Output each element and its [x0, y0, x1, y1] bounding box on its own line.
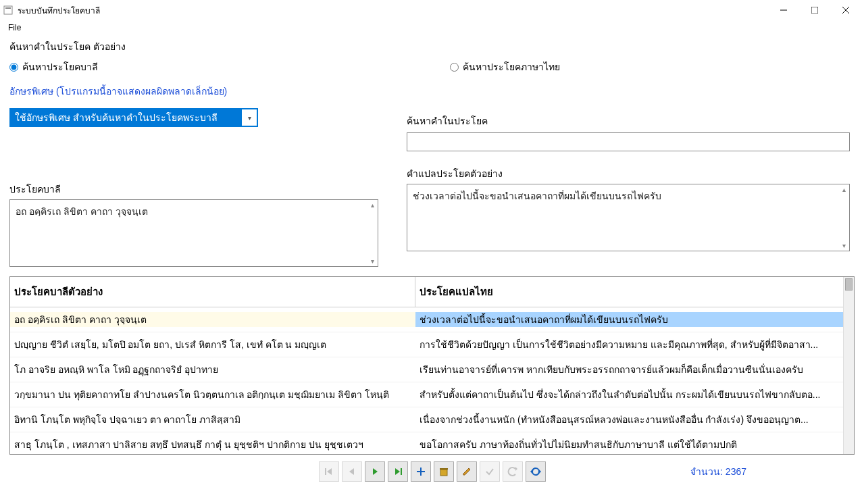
maximize-button[interactable]	[799, 0, 830, 20]
thai-textarea-content: ช่วงเวลาต่อไปนี้จะขอนำเสนอคาถาที่ผมได้เข…	[407, 184, 849, 251]
minimize-button[interactable]	[768, 0, 799, 20]
table-row[interactable]: อถ อคฺคิรเถ ลิขิตา คาถา วุจฺจนฺเตช่วงเวล…	[10, 307, 843, 332]
ok-button[interactable]	[480, 461, 500, 482]
svg-marker-19	[539, 470, 541, 474]
scroll-down-icon[interactable]: ▾	[371, 257, 374, 265]
radio-search-thai[interactable]: ค้นหาประโยคภาษาไทย	[450, 59, 560, 74]
first-button[interactable]	[319, 461, 339, 482]
svg-rect-3	[811, 7, 818, 14]
app-icon	[3, 5, 14, 16]
special-chars-combo[interactable]: ใช้อักษรพิเศษ สำหรับค้นหาคำในประโยคพระบา…	[9, 108, 258, 127]
search-examples-label: ค้นหาคำในประโยค ตัวอย่าง	[9, 39, 855, 54]
svg-marker-8	[349, 468, 354, 475]
results-grid: ประโยคบาลีตัวอย่าง ประโยคแปลไทย อถ อคฺคิ…	[9, 276, 855, 455]
grid-cell-pali: โภ อาจริย อหณฺหิ พาโล โหมิ อฏฺฐกถาจริยํ …	[10, 362, 415, 377]
svg-rect-6	[325, 468, 326, 475]
scrollbar[interactable]: ▴ ▾	[367, 200, 378, 266]
grid-cell-pali: อิทานิ โภนฺโต พหุกิจฺโจ ปจฺฉาเยว ตา คาถา…	[10, 412, 415, 427]
table-row[interactable]: วกฺขมานา ปน ทุติยคาถาทโย ลำปางนครโต นิวต…	[10, 382, 843, 407]
radio-thai-input[interactable]	[450, 63, 459, 72]
grid-header-pali[interactable]: ประโยคบาลีตัวอย่าง	[10, 277, 415, 307]
grid-cell-pali: อถ อคฺคิรเถ ลิขิตา คาถา วุจฺจนฺเต	[10, 312, 415, 327]
titlebar: ระบบบันทึกประโยคบาลี	[0, 0, 864, 20]
menu-file[interactable]: File	[4, 22, 25, 34]
grid-cell-thai: เรียนท่านอาจารย์ที่เคารพ หากเทียบกับพระอ…	[415, 362, 843, 377]
grid-scrollbar[interactable]	[843, 277, 854, 454]
window-title: ระบบบันทึกประโยคบาลี	[18, 4, 100, 17]
svg-rect-0	[4, 6, 12, 14]
search-word-label: ค้นหาคำในประโยค	[407, 114, 855, 128]
svg-marker-17	[515, 467, 517, 471]
radio-pali-input[interactable]	[9, 63, 18, 72]
thai-translation-label: คำแปลประโยคตัวอย่าง	[407, 166, 855, 181]
next-button[interactable]	[365, 461, 385, 482]
chevron-down-icon[interactable]: ▾	[242, 114, 257, 122]
svg-rect-1	[5, 7, 11, 9]
radio-search-pali[interactable]: ค้นหาประโยคบาลี	[9, 59, 401, 74]
svg-marker-10	[395, 468, 400, 475]
thai-textarea[interactable]: ช่วงเวลาต่อไปนี้จะขอนำเสนอคาถาที่ผมได้เข…	[407, 184, 850, 251]
prev-button[interactable]	[342, 461, 362, 482]
table-row[interactable]: สาธุ โภนฺโต , เทสภาสา ปาลิสาย สทฺธึ ปทสน…	[10, 432, 843, 454]
grid-cell-pali: วกฺขมานา ปน ทุติยคาถาทโย ลำปางนครโต นิวต…	[10, 387, 415, 402]
edit-button[interactable]	[457, 461, 477, 482]
nav-toolbar: จำนวน: 2367	[9, 461, 855, 482]
grid-cell-thai: การใช้ชีวิตด้วยปัญญา เป็นการใช้ชีวิตอย่า…	[415, 337, 843, 352]
svg-rect-15	[440, 468, 448, 470]
special-chars-label: อักษรพิเศษ (โปรแกรมนี้อาจแสดงผลผิดพลาดเล…	[9, 84, 855, 99]
combo-selected-text: ใช้อักษรพิเศษ สำหรับค้นหาคำในประโยคพระบา…	[11, 109, 242, 126]
table-row[interactable]: โภ อาจริย อหณฺหิ พาโล โหมิ อฏฺฐกถาจริยํ …	[10, 357, 843, 382]
radio-pali-label: ค้นหาประโยคบาลี	[22, 59, 98, 74]
refresh-button[interactable]	[526, 461, 546, 482]
svg-marker-16	[463, 468, 470, 475]
grid-cell-thai: ช่วงเวลาต่อไปนี้จะขอนำเสนอคาถาที่ผมได้เข…	[415, 312, 843, 327]
grid-header-thai[interactable]: ประโยคแปลไทย	[415, 277, 843, 307]
undo-button[interactable]	[503, 461, 523, 482]
search-word-input[interactable]	[407, 132, 850, 151]
svg-rect-11	[401, 468, 402, 475]
grid-cell-thai: เนื่องจากช่วงนี้งานหนัก (ทำหนังสืออนุสรณ…	[415, 412, 843, 427]
svg-rect-14	[440, 470, 447, 476]
table-row[interactable]: อิทานิ โภนฺโต พหุกิจฺโจ ปจฺฉาเยว ตา คาถา…	[10, 407, 843, 432]
close-button[interactable]	[830, 0, 861, 20]
pali-textarea-content: อถ อคฺคิรเถ ลิขิตา คาถา วุจฺจนฺเต	[10, 200, 378, 266]
grid-cell-pali: สาธุ โภนฺโต , เทสภาสา ปาลิสาย สทฺธึ ปทสน…	[10, 437, 415, 452]
radio-thai-label: ค้นหาประโยคภาษาไทย	[463, 59, 560, 74]
grid-cell-thai: ขอโอกาสครับ ภาษาท้องถิ่นทั่วไปไม่นิยมทำส…	[415, 437, 843, 452]
grid-header: ประโยคบาลีตัวอย่าง ประโยคแปลไทย	[10, 277, 843, 307]
scroll-up-icon[interactable]: ▴	[371, 201, 374, 209]
scrollbar[interactable]: ▴ ▾	[838, 184, 849, 251]
svg-rect-13	[417, 471, 425, 472]
grid-scroll-thumb[interactable]	[845, 278, 853, 291]
svg-marker-7	[327, 468, 332, 475]
svg-marker-9	[373, 468, 378, 475]
menubar: File	[0, 20, 864, 35]
grid-cell-thai: สำหรับตั้งแต่คาถาเป็นต้นไป ซึ่งจะได้กล่า…	[415, 387, 843, 402]
record-count-label: จำนวน: 2367	[690, 464, 746, 479]
scroll-down-icon[interactable]: ▾	[842, 242, 846, 249]
table-row[interactable]: ปญฺญาย ชีวิตํ เสยฺโย, มโตปิ อมโต ยถา, ปเ…	[10, 332, 843, 357]
grid-cell-pali: ปญฺญาย ชีวิตํ เสยฺโย, มโตปิ อมโต ยถา, ปเ…	[10, 337, 415, 352]
pali-textarea[interactable]: อถ อคฺคิรเถ ลิขิตา คาถา วุจฺจนฺเต ▴ ▾	[9, 199, 378, 267]
pali-sentence-label: ประโยคบาลี	[9, 182, 388, 197]
add-button[interactable]	[411, 461, 431, 482]
last-button[interactable]	[388, 461, 408, 482]
scroll-up-icon[interactable]: ▴	[842, 186, 846, 193]
delete-button[interactable]	[434, 461, 454, 482]
